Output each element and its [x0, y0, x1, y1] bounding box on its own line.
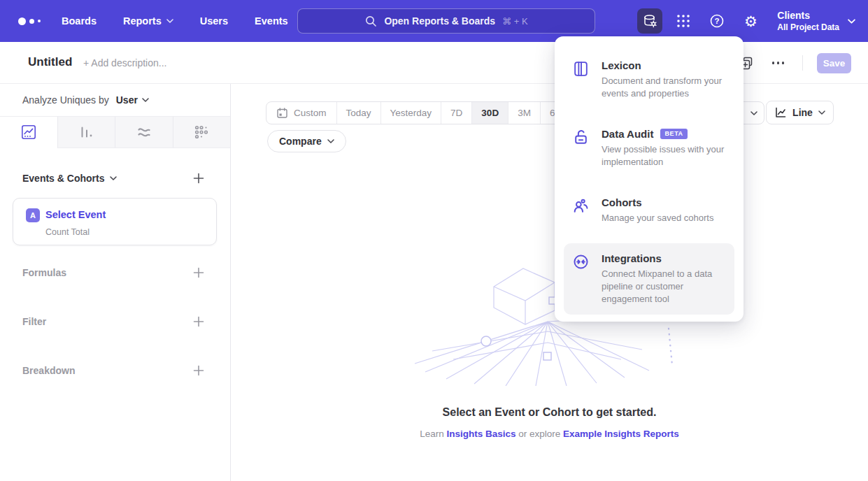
chevron-down-icon — [142, 98, 149, 102]
menu-item-title: Integrations — [602, 252, 726, 264]
example-reports-link[interactable]: Example Insights Reports — [563, 429, 679, 439]
date-range-today[interactable]: Today — [336, 102, 380, 124]
query-sidebar: Analyze Uniques by User — [0, 84, 231, 481]
nav-item-label: Reports — [123, 15, 162, 27]
chevron-down-icon — [327, 139, 334, 143]
menu-item-lexicon[interactable]: Lexicon Document and transform your even… — [564, 50, 734, 109]
dots-grid-tab-icon — [194, 124, 209, 140]
empty-state-text: Learn — [420, 429, 446, 439]
tab-insights-line[interactable] — [0, 117, 57, 148]
date-range-yesterday[interactable]: Yesterday — [380, 102, 441, 124]
select-event-label: Select Event — [45, 209, 106, 220]
event-letter-badge: A — [26, 208, 40, 222]
menu-item-integrations[interactable]: Integrations Connect Mixpanel to a data … — [564, 243, 734, 315]
insights-basics-link[interactable]: Insights Basics — [446, 429, 515, 439]
add-formula-button[interactable] — [192, 266, 205, 279]
menu-item-description: Document and transform your events and p… — [602, 75, 726, 100]
compare-label: Compare — [279, 136, 322, 147]
divider — [802, 55, 803, 71]
grid-icon — [676, 13, 691, 29]
calendar-icon — [276, 107, 288, 119]
chevron-down-icon — [848, 19, 855, 24]
analyze-by-dropdown[interactable]: User — [116, 94, 149, 106]
date-range-more-button[interactable] — [743, 102, 764, 124]
flow-tab-icon — [136, 124, 152, 140]
add-filter-button[interactable] — [192, 315, 205, 328]
formulas-label: Formulas — [22, 267, 66, 278]
compare-dropdown[interactable]: Compare — [267, 130, 346, 152]
project-selector[interactable]: Clients All Project Data — [777, 10, 855, 32]
date-range-custom[interactable]: Custom — [266, 102, 336, 124]
nav-item-boards[interactable]: Boards — [62, 15, 97, 27]
search-input[interactable]: Open Reports & Boards ⌘ + K — [297, 8, 595, 34]
search-icon — [364, 15, 377, 27]
date-range-label: Custom — [294, 108, 327, 118]
line-chart-icon — [774, 106, 787, 119]
menu-item-title: Cohorts — [602, 196, 713, 208]
database-gear-icon — [642, 13, 657, 29]
data-management-menu: Lexicon Document and transform your even… — [555, 36, 744, 322]
help-button[interactable]: ? — [704, 8, 730, 34]
chevron-down-icon — [750, 111, 757, 115]
project-name: Clients — [777, 10, 839, 21]
analyze-label: Analyze Uniques by — [22, 94, 109, 106]
settings-button[interactable]: ⚙ — [738, 8, 763, 34]
bar-chart-tab-icon — [78, 124, 94, 140]
events-cohorts-label: Events & Cohorts — [22, 173, 104, 184]
report-description-field[interactable]: + Add description... — [83, 57, 166, 69]
breakdown-label: Breakdown — [22, 365, 75, 376]
tab-flow-chart[interactable] — [115, 117, 173, 148]
nav-item-users[interactable]: Users — [200, 15, 228, 27]
svg-text:?: ? — [715, 17, 720, 25]
menu-item-cohorts[interactable]: Cohorts Manage your saved cohorts — [564, 187, 734, 234]
menu-item-description: Manage your saved cohorts — [602, 212, 713, 224]
chevron-down-icon — [110, 176, 117, 180]
empty-state-text: or explore — [515, 429, 563, 439]
date-range-label: 30D — [481, 108, 499, 118]
menu-item-title: Lexicon — [602, 59, 726, 71]
integrations-sync-icon — [572, 252, 590, 306]
menu-item-data-audit[interactable]: Data Audit BETA View possible issues wit… — [564, 119, 734, 178]
nav-item-events[interactable]: Events — [255, 15, 288, 27]
report-title[interactable]: Untitled — [28, 55, 72, 69]
empty-state-subtitle: Learn Insights Basics or explore Example… — [231, 429, 868, 439]
beta-badge: BETA — [660, 129, 687, 139]
nav-item-label: Boards — [62, 15, 97, 27]
cohorts-users-icon — [572, 196, 590, 224]
chart-style-dropdown[interactable]: Line — [766, 101, 834, 124]
analyze-value: User — [116, 94, 138, 106]
line-chart-tab-icon — [21, 124, 36, 140]
gear-icon: ⚙ — [744, 14, 757, 29]
data-management-button[interactable] — [637, 8, 662, 34]
chart-type-tabs — [0, 116, 230, 148]
nav-item-label: Users — [200, 15, 228, 27]
nav-item-reports[interactable]: Reports — [123, 15, 173, 27]
date-range-30d[interactable]: 30D — [471, 102, 508, 124]
select-event-card[interactable]: A Select Event Count Total — [13, 198, 217, 245]
lexicon-book-icon — [572, 59, 590, 100]
date-range-label: Today — [346, 108, 371, 118]
apps-grid-button[interactable] — [671, 8, 696, 34]
menu-item-title: Data Audit — [602, 128, 653, 140]
help-icon: ? — [709, 13, 725, 29]
add-breakdown-button[interactable] — [192, 364, 205, 377]
tab-retention-grid[interactable] — [173, 117, 231, 148]
tab-bar-chart[interactable] — [57, 117, 115, 148]
filter-label: Filter — [22, 316, 46, 327]
search-shortcut: ⌘ + K — [502, 16, 528, 27]
project-scope: All Project Data — [777, 22, 839, 32]
date-range-7d[interactable]: 7D — [441, 102, 471, 124]
save-button[interactable]: Save — [817, 53, 851, 73]
mixpanel-logo[interactable] — [18, 17, 49, 25]
add-event-button[interactable] — [192, 172, 205, 185]
date-range-label: Yesterday — [390, 108, 432, 118]
chevron-down-icon — [818, 110, 825, 115]
chart-style-label: Line — [792, 107, 813, 118]
events-cohorts-section-toggle[interactable]: Events & Cohorts — [22, 173, 117, 184]
menu-item-description: Connect Mixpanel to a data pipeline or c… — [602, 268, 726, 306]
menu-item-description: View possible issues with your implement… — [602, 143, 726, 168]
count-total-label: Count Total — [45, 227, 90, 237]
more-options-button[interactable] — [768, 59, 788, 67]
date-range-3m[interactable]: 3M — [508, 102, 540, 124]
date-range-label: 7D — [450, 108, 462, 118]
